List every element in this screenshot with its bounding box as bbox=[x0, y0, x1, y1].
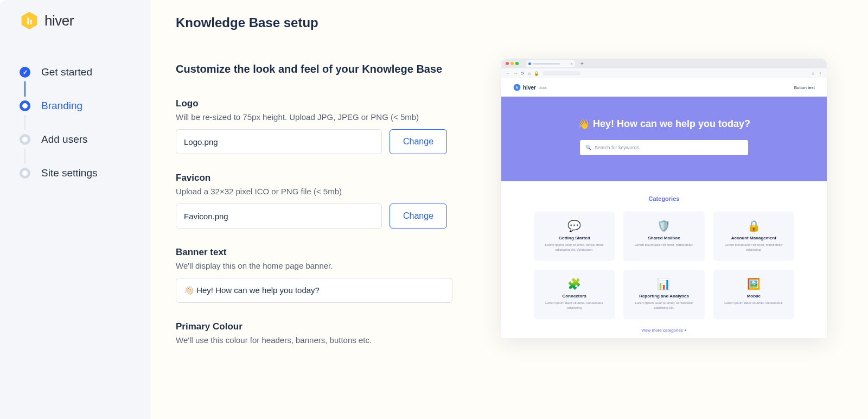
setup-steps: Get started Branding Add users Site sett… bbox=[20, 63, 151, 182]
kb-logo-text: hiver bbox=[523, 85, 536, 91]
kb-card-desc: Lorem ipsum dolor sit amet, consectetur … bbox=[539, 301, 609, 310]
banner-label: Banner text bbox=[176, 247, 458, 258]
change-logo-button[interactable]: Change bbox=[390, 129, 447, 154]
url-placeholder bbox=[542, 71, 580, 75]
kb-search-input: 🔍 Search for keywords bbox=[580, 140, 748, 155]
step-branding[interactable]: Branding bbox=[20, 97, 151, 115]
new-tab-icon: + bbox=[580, 61, 584, 67]
kb-card-title: Mobile bbox=[719, 294, 789, 299]
step-get-started[interactable]: Get started bbox=[20, 63, 151, 81]
kb-banner-text: Hey! How can we help you today? bbox=[593, 118, 750, 130]
kb-card-title: Connectors bbox=[539, 294, 609, 299]
wave-icon: 👋 bbox=[578, 118, 590, 130]
field-favicon: Favicon Upload a 32×32 pixel ICO or PNG … bbox=[176, 173, 458, 228]
kb-card-title: Reporting and Analytics bbox=[629, 294, 699, 299]
svg-rect-4 bbox=[516, 86, 516, 89]
browser-tab: × bbox=[526, 60, 575, 67]
shield-icon: 🛡️ bbox=[629, 219, 699, 232]
kb-card: 💬 Getting Started Lorem ipsum dolor sit … bbox=[534, 212, 615, 261]
brand-name: hiver bbox=[44, 12, 74, 29]
step-add-users[interactable]: Add users bbox=[20, 130, 151, 149]
banner-text-input[interactable]: 👋🏻 Hey! How can we help you today? bbox=[176, 278, 452, 303]
banner-desc: We'll display this on the home page bann… bbox=[176, 261, 458, 270]
logo-label: Logo bbox=[176, 98, 458, 109]
svg-rect-2 bbox=[30, 20, 32, 24]
forward-icon: → bbox=[513, 71, 518, 76]
svg-point-3 bbox=[514, 84, 521, 91]
kb-logo-sub: docs bbox=[539, 86, 547, 90]
svg-marker-0 bbox=[22, 12, 37, 29]
check-icon bbox=[20, 67, 30, 78]
primary-desc: We'll use this colour for headers, banne… bbox=[176, 335, 458, 345]
kb-banner-title: 👋 Hey! How can we help you today? bbox=[501, 118, 827, 130]
menu-icon: ⋮ bbox=[818, 71, 822, 76]
kb-search-placeholder: Search for keywords bbox=[595, 145, 639, 150]
preview-column: × + ← → ⟳ ⌂ 🔒 ☆ ⋮ bbox=[501, 15, 846, 419]
sidebar: hiver Get started Branding Add users Sit… bbox=[0, 0, 151, 419]
browser-tabbar: × + bbox=[501, 59, 827, 68]
section-title: Customize the look and feel of your Know… bbox=[176, 63, 458, 75]
back-icon: ← bbox=[506, 71, 510, 76]
favicon-file-input[interactable]: Favicon.png bbox=[176, 204, 382, 228]
page-title: Knowledge Base setup bbox=[176, 15, 458, 30]
brand-logo: hiver bbox=[20, 11, 151, 30]
kb-card-desc: Lorem ipsum dolor sit amet, conse ctetur… bbox=[539, 243, 609, 252]
hiver-logo-icon bbox=[513, 84, 521, 91]
kb-header-button: Button text bbox=[794, 85, 815, 90]
image-icon: 🖼️ bbox=[719, 277, 789, 290]
kb-banner: 👋 Hey! How can we help you today? 🔍 Sear… bbox=[501, 97, 827, 181]
primary-label: Primary Colour bbox=[176, 321, 458, 332]
kb-categories-title: Categories bbox=[534, 195, 794, 202]
lock-icon: 🔒 bbox=[534, 71, 539, 76]
field-banner-text: Banner text We'll display this on the ho… bbox=[176, 247, 458, 303]
kb-card-title: Account Management bbox=[719, 236, 789, 240]
kb-card-desc: Lorem ipsum dolor sit amet, consectetur. bbox=[629, 243, 699, 247]
kb-card: 🧩 Connectors Lorem ipsum dolor sit amet,… bbox=[534, 270, 615, 319]
step-site-settings[interactable]: Site settings bbox=[20, 164, 151, 182]
minimize-icon bbox=[510, 62, 514, 65]
kb-card-desc: Lorem ipsum dolor sit amet, consectetur. bbox=[719, 301, 789, 306]
kb-card-title: Getting Started bbox=[539, 236, 609, 240]
star-icon: ☆ bbox=[811, 71, 815, 76]
step-connector bbox=[24, 149, 25, 164]
maximize-icon bbox=[515, 62, 519, 65]
browser-preview: × + ← → ⟳ ⌂ 🔒 ☆ ⋮ bbox=[501, 59, 827, 338]
kb-body: Categories 💬 Getting Started Lorem ipsum… bbox=[501, 181, 827, 333]
radio-active-icon bbox=[20, 100, 30, 111]
svg-rect-5 bbox=[518, 87, 518, 89]
refresh-icon: ⟳ bbox=[521, 71, 525, 76]
search-icon: 🔍 bbox=[585, 145, 591, 150]
lock-icon: 🔒 bbox=[719, 219, 789, 232]
logo-file-input[interactable]: Logo.png bbox=[176, 129, 382, 154]
traffic-lights bbox=[506, 62, 519, 65]
kb-card-desc: Lorem ipsum dolor sit amet, consectetur … bbox=[629, 301, 699, 310]
home-icon: ⌂ bbox=[528, 71, 531, 76]
kb-header: hiver docs Button text bbox=[501, 78, 827, 97]
radio-pending-icon bbox=[20, 168, 30, 179]
kb-categories-grid: 💬 Getting Started Lorem ipsum dolor sit … bbox=[534, 212, 794, 319]
step-connector bbox=[24, 81, 25, 97]
change-favicon-button[interactable]: Change bbox=[390, 204, 447, 228]
form-column: Knowledge Base setup Customize the look … bbox=[176, 15, 458, 419]
kb-card-desc: Lorem ipsum dolor sit amet, consectetur … bbox=[719, 243, 789, 252]
logo-desc: Will be re-sized to 75px height. Upload … bbox=[176, 112, 458, 122]
hiver-logo-icon bbox=[20, 11, 39, 30]
tab-title-placeholder bbox=[533, 63, 560, 65]
close-icon bbox=[506, 62, 509, 65]
kb-card: 🖼️ Mobile Lorem ipsum dolor sit amet, co… bbox=[713, 270, 794, 319]
browser-urlbar: ← → ⟳ ⌂ 🔒 ☆ ⋮ bbox=[501, 68, 827, 78]
main-content: Knowledge Base setup Customize the look … bbox=[151, 0, 868, 419]
favicon-desc: Upload a 32×32 pixel ICO or PNG file (< … bbox=[176, 187, 458, 196]
favicon-label: Favicon bbox=[176, 173, 458, 183]
step-connector bbox=[24, 115, 25, 130]
puzzle-icon: 🧩 bbox=[539, 277, 609, 290]
field-logo: Logo Will be re-sized to 75px height. Up… bbox=[176, 98, 458, 154]
kb-card: 🔒 Account Management Lorem ipsum dolor s… bbox=[713, 212, 794, 261]
kb-card: 📊 Reporting and Analytics Lorem ipsum do… bbox=[623, 270, 704, 319]
step-label: Branding bbox=[41, 100, 82, 112]
kb-card-title: Shared Mailbox bbox=[629, 236, 699, 240]
step-label: Get started bbox=[41, 66, 92, 78]
tab-close-icon: × bbox=[570, 61, 573, 66]
tab-favicon-icon bbox=[528, 62, 531, 65]
svg-rect-1 bbox=[27, 18, 29, 25]
